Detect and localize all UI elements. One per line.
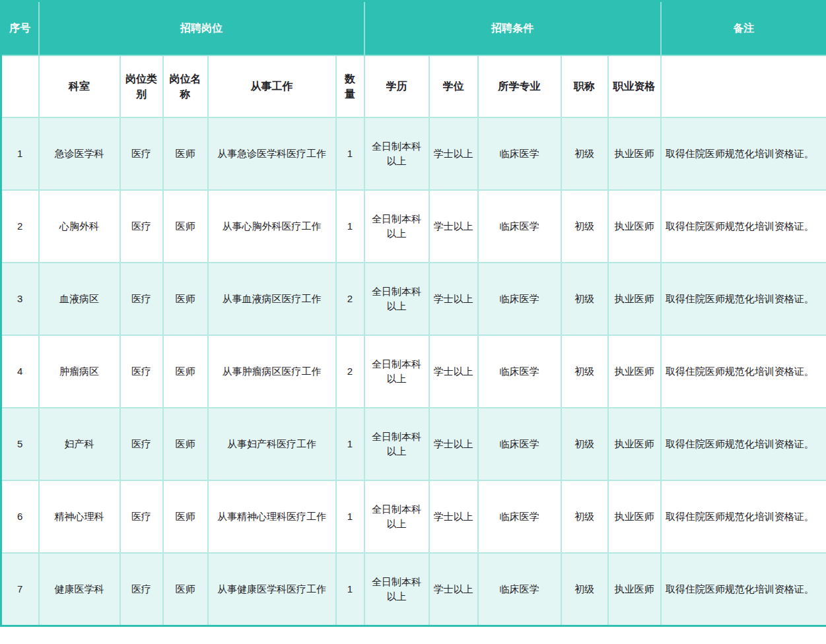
header-count: 数量 [336, 55, 364, 117]
cell-degree: 学士以上 [429, 117, 478, 190]
table-header: 序号 招聘岗位 招聘条件 备注 科室 岗位类别 岗位名称 从事工作 数量 学历 … [1, 1, 826, 118]
cell-category: 医疗 [120, 408, 163, 480]
cell-no: 6 [1, 480, 39, 553]
cell-count: 1 [336, 553, 364, 626]
cell-category: 医疗 [120, 263, 163, 335]
cell-rank: 初级 [561, 263, 608, 335]
header-condition-group: 招聘条件 [364, 1, 661, 56]
cell-cert: 执业医师 [608, 553, 661, 626]
cell-major: 临床医学 [478, 263, 561, 335]
cell-dept: 心胸外科 [39, 190, 120, 263]
cell-count: 1 [336, 408, 364, 480]
cell-count: 2 [336, 263, 364, 335]
cell-post-name: 医师 [163, 553, 208, 626]
cell-rank: 初级 [561, 190, 608, 263]
cell-degree: 学士以上 [429, 190, 478, 263]
table-body: 1急诊医学科医疗医师从事急诊医学科医疗工作1全日制本科以上学士以上临床医学初级执… [1, 117, 826, 626]
cell-category: 医疗 [120, 335, 163, 408]
cell-post-name: 医师 [163, 408, 208, 480]
table-row: 6精神心理科医疗医师从事精神心理科医疗工作1全日制本科以上学士以上临床医学初级执… [1, 480, 826, 553]
cell-work: 从事血液病区医疗工作 [208, 263, 336, 335]
cell-major: 临床医学 [478, 408, 561, 480]
header-education: 学历 [364, 55, 429, 117]
cell-post-name: 医师 [163, 335, 208, 408]
cell-post-name: 医师 [163, 480, 208, 553]
header-work: 从事工作 [208, 55, 336, 117]
table-row: 4肿瘤病区医疗医师从事肿瘤病区医疗工作2全日制本科以上学士以上临床医学初级执业医… [1, 335, 826, 408]
cell-education: 全日制本科以上 [364, 263, 429, 335]
cell-education: 全日制本科以上 [364, 190, 429, 263]
cell-no: 7 [1, 553, 39, 626]
cell-count: 1 [336, 480, 364, 553]
cell-post-name: 医师 [163, 263, 208, 335]
group-header-row: 序号 招聘岗位 招聘条件 备注 [1, 1, 826, 56]
header-position-group: 招聘岗位 [39, 1, 364, 56]
header-post-name: 岗位名称 [163, 55, 208, 117]
header-cert: 职业资格 [608, 55, 661, 117]
cell-dept: 精神心理科 [39, 480, 120, 553]
cell-work: 从事健康医学科医疗工作 [208, 553, 336, 626]
cell-education: 全日制本科以上 [364, 408, 429, 480]
cell-remark: 取得住院医师规范化培训资格证。 [661, 553, 826, 626]
cell-work: 从事精神心理科医疗工作 [208, 480, 336, 553]
cell-work: 从事妇产科医疗工作 [208, 408, 336, 480]
cell-dept: 健康医学科 [39, 553, 120, 626]
cell-dept: 急诊医学科 [39, 117, 120, 190]
cell-education: 全日制本科以上 [364, 553, 429, 626]
cell-cert: 执业医师 [608, 263, 661, 335]
header-empty-remark [661, 55, 826, 117]
cell-category: 医疗 [120, 553, 163, 626]
cell-major: 临床医学 [478, 117, 561, 190]
column-header-row: 科室 岗位类别 岗位名称 从事工作 数量 学历 学位 所学专业 职称 职业资格 [1, 55, 826, 117]
cell-category: 医疗 [120, 117, 163, 190]
cell-education: 全日制本科以上 [364, 335, 429, 408]
cell-count: 1 [336, 117, 364, 190]
cell-degree: 学士以上 [429, 553, 478, 626]
cell-major: 临床医学 [478, 190, 561, 263]
cell-rank: 初级 [561, 335, 608, 408]
cell-count: 2 [336, 335, 364, 408]
cell-category: 医疗 [120, 480, 163, 553]
cell-post-name: 医师 [163, 190, 208, 263]
cell-work: 从事肿瘤病区医疗工作 [208, 335, 336, 408]
header-empty-index [1, 55, 39, 117]
header-rank: 职称 [561, 55, 608, 117]
cell-rank: 初级 [561, 117, 608, 190]
cell-major: 临床医学 [478, 335, 561, 408]
cell-major: 临床医学 [478, 553, 561, 626]
recruitment-table: 序号 招聘岗位 招聘条件 备注 科室 岗位类别 岗位名称 从事工作 数量 学历 … [0, 0, 826, 627]
cell-rank: 初级 [561, 408, 608, 480]
header-dept: 科室 [39, 55, 120, 117]
cell-remark: 取得住院医师规范化培训资格证。 [661, 190, 826, 263]
table-row: 5妇产科医疗医师从事妇产科医疗工作1全日制本科以上学士以上临床医学初级执业医师取… [1, 408, 826, 480]
cell-category: 医疗 [120, 190, 163, 263]
cell-no: 1 [1, 117, 39, 190]
cell-work: 从事心胸外科医疗工作 [208, 190, 336, 263]
cell-remark: 取得住院医师规范化培训资格证。 [661, 480, 826, 553]
cell-work: 从事急诊医学科医疗工作 [208, 117, 336, 190]
cell-degree: 学士以上 [429, 480, 478, 553]
cell-post-name: 医师 [163, 117, 208, 190]
cell-degree: 学士以上 [429, 263, 478, 335]
cell-remark: 取得住院医师规范化培训资格证。 [661, 335, 826, 408]
cell-rank: 初级 [561, 480, 608, 553]
header-remark: 备注 [661, 1, 826, 56]
cell-cert: 执业医师 [608, 335, 661, 408]
cell-remark: 取得住院医师规范化培训资格证。 [661, 263, 826, 335]
header-category: 岗位类别 [120, 55, 163, 117]
table-row: 3血液病区医疗医师从事血液病区医疗工作2全日制本科以上学士以上临床医学初级执业医… [1, 263, 826, 335]
cell-dept: 血液病区 [39, 263, 120, 335]
header-index: 序号 [1, 1, 39, 56]
cell-remark: 取得住院医师规范化培训资格证。 [661, 408, 826, 480]
cell-cert: 执业医师 [608, 190, 661, 263]
cell-degree: 学士以上 [429, 408, 478, 480]
table-row: 2心胸外科医疗医师从事心胸外科医疗工作1全日制本科以上学士以上临床医学初级执业医… [1, 190, 826, 263]
cell-cert: 执业医师 [608, 480, 661, 553]
cell-no: 5 [1, 408, 39, 480]
table-row: 1急诊医学科医疗医师从事急诊医学科医疗工作1全日制本科以上学士以上临床医学初级执… [1, 117, 826, 190]
cell-education: 全日制本科以上 [364, 480, 429, 553]
cell-cert: 执业医师 [608, 408, 661, 480]
header-degree: 学位 [429, 55, 478, 117]
cell-no: 4 [1, 335, 39, 408]
cell-rank: 初级 [561, 553, 608, 626]
